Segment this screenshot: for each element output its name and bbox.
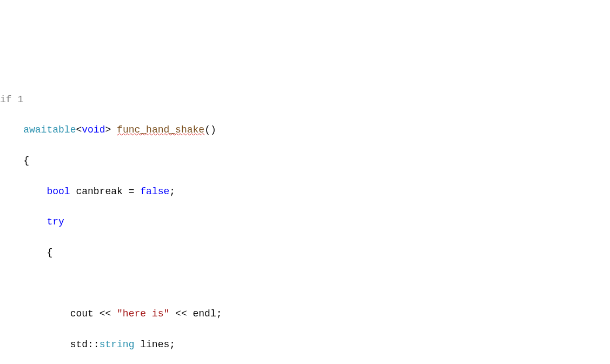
space [70, 186, 76, 197]
keyword-false: false [140, 186, 169, 197]
keyword-try: try [47, 216, 64, 227]
code-line[interactable]: if 1 [0, 92, 610, 107]
punct: < [76, 124, 82, 135]
brace: { [47, 247, 52, 258]
op: = [123, 186, 140, 197]
parens: () [204, 124, 216, 135]
code-line[interactable]: bool canbreak = false; [0, 184, 610, 199]
ident: cout [70, 308, 94, 319]
indent [0, 216, 47, 227]
indent [0, 155, 23, 166]
type-token: awaitable [23, 124, 76, 135]
keyword-bool: bool [47, 186, 70, 197]
string-literal: "here is" [117, 308, 169, 319]
code-line[interactable]: { [0, 153, 610, 168]
keyword-void: void [82, 124, 105, 135]
semi: ; [216, 308, 222, 319]
ident: endl [193, 308, 216, 319]
code-line[interactable]: { [0, 245, 610, 260]
indent [0, 124, 23, 135]
op: << [169, 308, 193, 319]
code-line[interactable]: awaitable<void> func_hand_shake() [0, 122, 610, 137]
preprocessor-token [12, 94, 18, 105]
function-name: func_hand_shake [117, 124, 204, 135]
punct: > [105, 124, 111, 135]
code-line[interactable]: std::string lines; [0, 337, 610, 352]
preprocessor-token: if [0, 94, 12, 105]
code-editor[interactable]: if 1 awaitable<void> func_hand_shake() {… [0, 61, 610, 364]
code-line[interactable] [0, 275, 610, 290]
semi: ; [169, 186, 175, 197]
op: << [94, 308, 117, 319]
code-line[interactable]: cout << "here is" << endl; [0, 306, 610, 321]
space [111, 124, 117, 135]
var: lines [134, 339, 169, 350]
indent [0, 339, 70, 350]
preprocessor-arg: 1 [17, 94, 23, 105]
indent [0, 247, 47, 258]
punct: :: [88, 339, 100, 350]
indent [0, 308, 70, 319]
ns: std [70, 339, 88, 350]
brace: { [23, 155, 29, 166]
indent [0, 186, 47, 197]
var: canbreak [76, 186, 122, 197]
type-string: string [100, 339, 135, 350]
semi: ; [169, 339, 175, 350]
code-line[interactable]: try [0, 214, 610, 229]
